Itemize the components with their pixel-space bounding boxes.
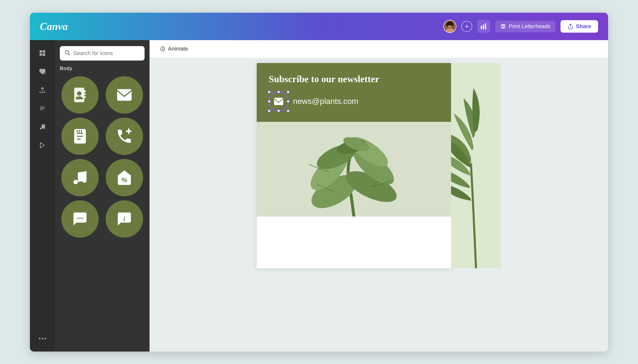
svg-rect-8 [485, 24, 486, 29]
svg-rect-13 [42, 50, 45, 52]
handle-tl[interactable] [268, 90, 271, 94]
svg-rect-6 [481, 26, 482, 29]
icon-mail[interactable] [106, 76, 143, 114]
animate-button[interactable]: Animate [156, 44, 192, 54]
plant-section [257, 122, 451, 216]
icon-panel: Body [55, 40, 150, 352]
svg-rect-9 [501, 24, 505, 26]
svg-point-20 [44, 338, 46, 339]
section-label: Body [60, 66, 72, 71]
svg-point-37 [77, 218, 78, 219]
handle-ml[interactable] [268, 100, 271, 103]
svg-rect-15 [42, 53, 45, 56]
palm-illustration [451, 63, 501, 268]
sidebar-item-music[interactable] [34, 119, 50, 135]
svg-rect-26 [84, 90, 86, 92]
header-actions: + Print Letterheads [443, 20, 598, 33]
sidebar-item-elements[interactable] [34, 64, 50, 80]
icon-music-note[interactable] [61, 159, 99, 196]
svg-rect-11 [502, 27, 504, 28]
svg-point-18 [39, 338, 40, 339]
handle-tr[interactable] [286, 90, 290, 94]
icon-chat[interactable] [61, 200, 99, 238]
sidebar-item-upload[interactable] [34, 82, 50, 98]
svg-rect-43 [257, 122, 451, 216]
icon-discount[interactable]: % [106, 159, 143, 196]
search-box[interactable] [60, 46, 144, 60]
sidebar-item-grid[interactable] [34, 45, 50, 61]
sidebar [30, 40, 55, 352]
svg-rect-29 [117, 89, 132, 101]
svg-point-19 [42, 338, 43, 339]
newsletter-card: Subscribe to our newsletter [257, 63, 451, 122]
handle-bm[interactable] [277, 109, 280, 112]
newsletter-email-row: news@plants.com [269, 92, 439, 111]
canva-logo: Canva [40, 20, 68, 32]
svg-rect-7 [483, 25, 484, 30]
sidebar-item-text[interactable] [34, 100, 50, 116]
handle-tm[interactable] [277, 90, 280, 94]
svg-point-4 [446, 23, 449, 26]
svg-rect-42 [274, 98, 283, 105]
svg-point-5 [451, 23, 454, 26]
svg-rect-28 [84, 96, 86, 98]
svg-line-22 [68, 54, 70, 55]
section-header: Body [60, 66, 144, 71]
print-label: Print Letterheads [509, 23, 550, 30]
search-input[interactable] [73, 50, 140, 56]
svg-point-25 [77, 91, 82, 96]
icon-phone-add[interactable] [106, 118, 143, 155]
svg-point-39 [82, 218, 83, 219]
svg-rect-14 [40, 53, 42, 56]
add-button[interactable]: + [461, 21, 472, 32]
canvas-scroll[interactable]: Subscribe to our newsletter [150, 58, 608, 352]
avatar-button[interactable] [443, 20, 456, 33]
animate-label: Animate [168, 46, 188, 52]
canvas-page: Subscribe to our newsletter [257, 63, 451, 268]
svg-point-2 [446, 28, 454, 33]
icon-grid: % i [60, 76, 144, 238]
newsletter-title: Subscribe to our newsletter [269, 74, 439, 84]
search-icon [64, 50, 70, 57]
email-icon-selected[interactable] [269, 92, 288, 111]
email-text: news@plants.com [293, 97, 358, 106]
svg-rect-27 [84, 94, 86, 95]
handle-br[interactable] [286, 109, 290, 112]
sidebar-item-more[interactable] [34, 330, 50, 346]
app-window: Canva + [30, 13, 608, 352]
handle-mr[interactable] [286, 100, 290, 103]
svg-marker-17 [40, 142, 44, 148]
icon-info[interactable]: i [106, 200, 143, 238]
right-panel [451, 63, 501, 268]
icon-notes[interactable] [61, 118, 99, 155]
main-content: Body [30, 40, 608, 352]
chart-button[interactable] [477, 20, 490, 33]
share-button[interactable]: Share [560, 20, 598, 33]
svg-rect-12 [40, 50, 42, 52]
avatar [444, 20, 456, 32]
svg-text:%: % [121, 176, 127, 183]
icon-contact[interactable] [61, 76, 99, 114]
svg-point-38 [79, 218, 81, 219]
canvas-toolbar: Animate [150, 40, 608, 58]
canvas-area: Animate Subscribe to our newsletter [150, 40, 608, 352]
handle-bl[interactable] [268, 109, 271, 112]
plant-illustration [257, 122, 451, 216]
sidebar-item-video[interactable] [34, 137, 50, 153]
svg-text:i: i [123, 215, 125, 222]
print-letterheads-button[interactable]: Print Letterheads [495, 21, 556, 32]
header: Canva + [30, 13, 608, 40]
share-label: Share [576, 23, 591, 30]
